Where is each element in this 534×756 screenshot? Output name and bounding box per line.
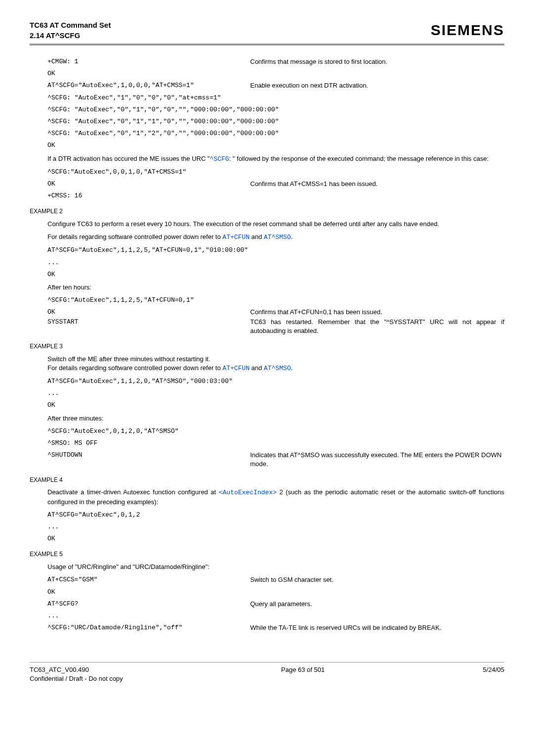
code-line: ^SMSO: MS OFF [47,439,504,448]
scfg-link[interactable]: ^SCFG [210,155,229,163]
code-line: SYSSTART [47,318,250,335]
code-desc: Query all parameters. [250,600,312,609]
code-line: ... [47,389,504,398]
code-line: AT^SCFG="AutoExec",1,1,2,0,"AT^SMSO","00… [47,377,504,386]
smso-link[interactable]: AT^SMSO [264,234,291,241]
code-block-3: AT^SCFG="AutoExec",1,1,2,5,"AT+CFUN=0,1"… [47,246,504,279]
code-line: ... [47,522,504,531]
code-line: OK [47,588,504,597]
code-line: OK [47,69,504,78]
code-line: ... [47,258,504,267]
brand-logo: SIEMENS [431,20,504,41]
code-line: ^SCFG:"URC/Datamode/Ringline","off" [47,623,250,632]
code-line: AT^SCFG="AutoExec",0,1,2 [47,511,504,520]
paragraph: Switch off the ME after three minutes wi… [47,355,504,364]
footer-confidential: Confidential / Draft - Do not copy [30,674,123,683]
code-desc: Indicates that AT^SMSO was successfully … [250,451,504,469]
example-2-label: EXAMPLE 2 [30,207,504,216]
code-line: ^SCFG:"AutoExec",0,0,1,0,"AT+CMSS=1" [47,168,504,177]
code-line: AT^SCFG="AutoExec",1,0,0,0,"AT+CMSS=1" [47,81,250,90]
code-block-6: ^SCFG:"AutoExec",0,1,2,0,"AT^SMSO" ^SMSO… [47,427,504,469]
code-line: OK [47,141,504,150]
code-line: OK [47,401,504,410]
autoexecindex-link[interactable]: <AutoExecIndex> [219,489,276,496]
code-block-5: AT^SCFG="AutoExec",1,1,2,0,"AT^SMSO","00… [47,377,504,410]
code-block-2: ^SCFG:"AutoExec",0,0,1,0,"AT+CMSS=1" OK … [47,168,504,201]
code-line: ^SHUTDOWN [47,451,250,469]
code-line: OK [47,308,250,317]
footer-left: TC63_ATC_V00.490 Confidential / Draft - … [30,665,123,683]
title-line1: TC63 AT Command Set [30,20,111,30]
text: For details regarding software controlle… [47,233,222,240]
code-desc: Confirms that AT+CMSS=1 has been issued. [250,180,378,189]
paragraph: Usage of "URC/Ringline" and "URC/Datamod… [47,563,504,571]
text: For details regarding software controlle… [47,364,222,372]
code-desc: Confirms that AT+CFUN=0,1 has been issue… [250,308,382,317]
code-line: +CMGW: 1 [47,57,250,66]
paragraph: Configure TC63 to perform a reset every … [47,220,504,229]
page-header: TC63 AT Command Set 2.14 AT^SCFG SIEMENS [30,20,504,46]
footer-date: 5/24/05 [483,665,504,683]
text: . [291,364,293,372]
code-line: ^SCFG: "AutoExec","0","1","0","0","","00… [47,105,504,114]
code-desc: TC63 has restarted. Remember that the "^… [250,318,504,335]
after-three-minutes: After three minutes: [47,414,504,423]
text: If a DTR activation has occured the ME i… [47,155,210,162]
paragraph: If a DTR activation has occured the ME i… [47,154,504,164]
code-desc: Confirms that message is stored to first… [250,57,387,66]
cfun-link[interactable]: AT+CFUN [222,365,250,372]
text: and [250,364,264,372]
title-line2: 2.14 AT^SCFG [30,30,111,41]
header-title: TC63 AT Command Set 2.14 AT^SCFG [30,20,111,41]
code-block-4: ^SCFG:"AutoExec",1,1,2,5,"AT+CFUN=0,1" O… [47,296,504,335]
example-4-label: EXAMPLE 4 [30,476,504,484]
code-block-1: +CMGW: 1 Confirms that message is stored… [47,57,504,150]
cfun-link[interactable]: AT+CFUN [222,234,250,241]
paragraph: For details regarding software controlle… [47,364,504,373]
smso-link[interactable]: AT^SMSO [264,365,291,372]
code-line: AT+CSCS="GSM" [47,575,250,584]
code-line: AT^SCFG? [47,600,250,609]
text: and [250,233,264,240]
code-line: AT^SCFG="AutoExec",1,1,2,5,"AT+CFUN=0,1"… [47,246,504,255]
code-desc: Enable execution on next DTR activation. [250,81,368,90]
text: . [291,233,293,240]
code-line: ^SCFG:"AutoExec",1,1,2,5,"AT+CFUN=0,1" [47,296,504,305]
text: : " followed by the response of the exec… [229,155,489,162]
example-3-label: EXAMPLE 3 [30,342,504,351]
after-ten-hours: After ten hours: [47,283,504,292]
page-footer: TC63_ATC_V00.490 Confidential / Draft - … [30,662,504,683]
paragraph: Deactivate a timer-driven Autoexec funct… [47,488,504,506]
code-desc: Switch to GSM character set. [250,575,333,584]
footer-page: Page 63 of 501 [281,665,325,683]
example-5-label: EXAMPLE 5 [30,550,504,559]
paragraph: For details regarding software controlle… [47,233,504,242]
code-block-8: AT+CSCS="GSM" Switch to GSM character se… [47,575,504,632]
code-block-7: AT^SCFG="AutoExec",0,1,2 ... OK [47,511,504,544]
code-line: ^SCFG: "AutoExec","0","1","1","0","","00… [47,117,504,126]
code-line: OK [47,180,250,189]
code-desc: While the TA-TE link is reserved URCs wi… [250,623,442,632]
code-line: ^SCFG:"AutoExec",0,1,2,0,"AT^SMSO" [47,427,504,436]
code-line: ^SCFG: "AutoExec","0","1","2","0","","00… [47,129,504,138]
code-line: ... [47,612,504,620]
text: Deactivate a timer-driven Autoexec funct… [47,488,219,496]
code-line: +CMSS: 16 [47,191,504,200]
code-line: ^SCFG: "AutoExec","1","0","0","0","at+cm… [47,94,504,102]
code-line: OK [47,270,504,279]
code-line: OK [47,534,504,543]
footer-docid: TC63_ATC_V00.490 [30,665,123,674]
